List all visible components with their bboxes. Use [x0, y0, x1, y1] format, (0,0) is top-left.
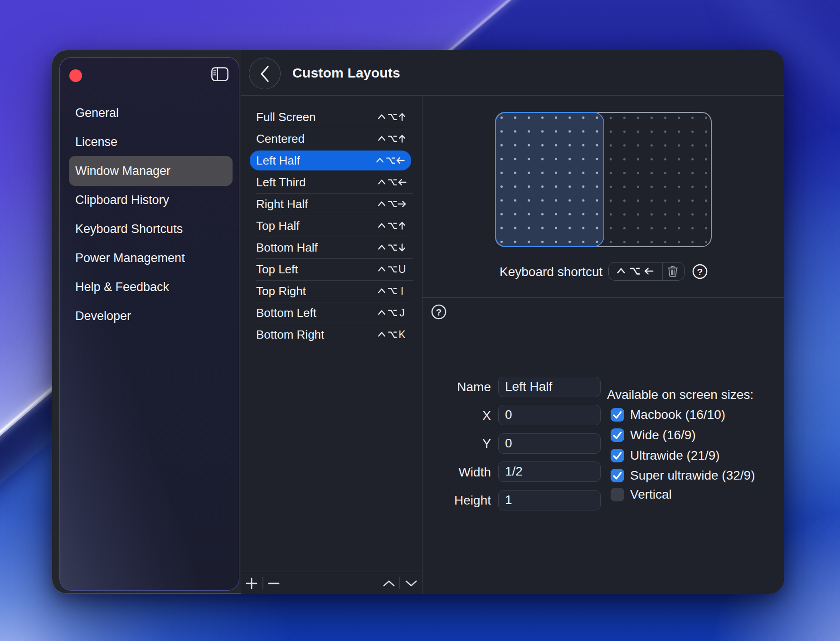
- svg-text:?: ?: [697, 267, 703, 277]
- svg-text:?: ?: [436, 307, 442, 317]
